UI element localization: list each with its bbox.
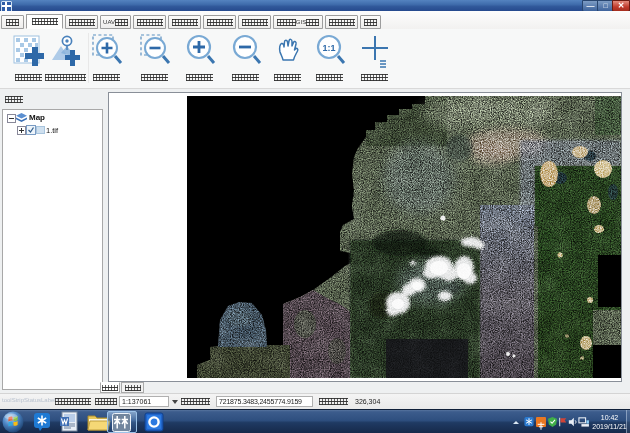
svg-text:1:1: 1:1 bbox=[322, 43, 335, 53]
